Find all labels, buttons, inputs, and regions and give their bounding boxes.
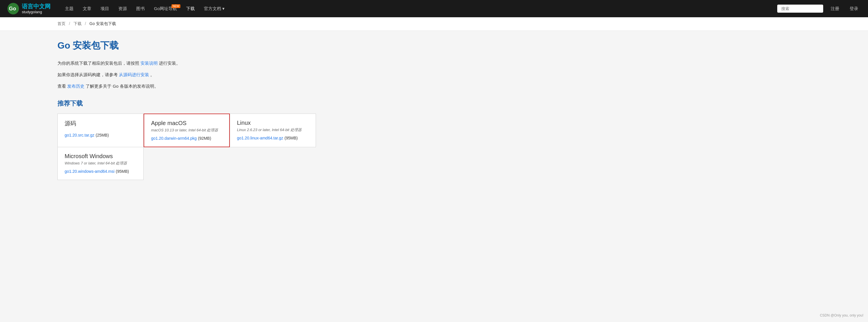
windows-download-link[interactable]: go1.20.windows-amd64.msi (65, 169, 115, 174)
desc-3: 查看 发布历史 了解更多关于 Go 各版本的发布说明。 (57, 82, 811, 91)
linux-download-link[interactable]: go1.20.linux-amd64.tar.gz (237, 136, 283, 140)
card-linux-subtitle: Linux 2.6.23 or later, Intel 64-bit 处理器 (237, 127, 309, 133)
new-badge: NEW (172, 4, 180, 8)
desc-1: 为你的系统下载了相应的安装包后，请按照 安装说明 进行安装。 (57, 59, 811, 67)
dropdown-arrow-icon: ▾ (222, 6, 225, 11)
logo-sub-text: studygolang (22, 10, 42, 14)
source-size: (25MB) (96, 133, 109, 138)
install-instructions-link[interactable]: 安装说明 (141, 61, 158, 65)
card-macos-subtitle: macOS 10.13 or later, Intel 64-bit 处理器 (151, 128, 222, 133)
breadcrumb-bar: 首页 / 下载 / Go 安装包下载 (0, 17, 868, 31)
section-recommended: 推荐下载 (57, 99, 811, 108)
card-source: 源码 go1.20.src.tar.gz (25MB) (57, 114, 144, 147)
nav-item-projects[interactable]: 项目 (96, 4, 113, 14)
main-content: Go 安装包下载 为你的系统下载了相应的安装包后，请按照 安装说明 进行安装。 … (0, 31, 868, 197)
card-linux-title: Linux (237, 120, 309, 126)
card-linux: Linux Linux 2.6.23 or later, Intel 64-bi… (230, 114, 316, 147)
breadcrumb: 首页 / 下载 / Go 安装包下载 (57, 21, 811, 26)
logo-main-text: 语言中文网 (22, 3, 51, 10)
register-button[interactable]: 注册 (828, 4, 842, 13)
source-download-link[interactable]: go1.20.src.tar.gz (65, 133, 94, 138)
nav-item-download[interactable]: 下载 (182, 4, 199, 14)
release-history-link[interactable]: 发布历史 (67, 84, 85, 89)
card-windows-title: Microsoft Windows (65, 153, 136, 159)
breadcrumb-sep2: / (85, 21, 86, 26)
desc-2: 如果你选择从源码构建，请参考 从源码进行安装 。 (57, 70, 811, 79)
nav-item-navigation[interactable]: Go网址导航 NEW (150, 4, 181, 14)
download-cards-row2: Microsoft Windows Windows 7 or later, In… (57, 147, 316, 180)
breadcrumb-sep1: / (69, 21, 70, 26)
page-title: Go 安装包下载 (57, 39, 811, 52)
nav-item-themes[interactable]: 主题 (61, 4, 78, 14)
search-input[interactable] (777, 5, 823, 13)
breadcrumb-current: Go 安装包下载 (89, 21, 116, 26)
windows-size: (95MB) (116, 169, 129, 174)
nav-item-resources[interactable]: 资源 (114, 4, 131, 14)
svg-text:Go: Go (9, 6, 16, 11)
card-macos: Apple macOS macOS 10.13 or later, Intel … (144, 114, 230, 147)
macos-download-link[interactable]: go1.20.darwin-arm64.pkg (151, 136, 197, 141)
nav-item-docs[interactable]: 官方文档 ▾ (200, 4, 229, 14)
logo-link[interactable]: Go 语言中文网 studygolang (7, 2, 53, 15)
navbar: Go 语言中文网 studygolang 主题 文章 项目 资源 图书 Go网址… (0, 0, 868, 17)
download-cards-row1: 源码 go1.20.src.tar.gz (25MB) Apple macOS … (57, 114, 316, 147)
nav-item-books[interactable]: 图书 (132, 4, 149, 14)
login-button[interactable]: 登录 (847, 4, 861, 13)
nav-item-articles[interactable]: 文章 (79, 4, 95, 14)
nav-right: 注册 登录 (777, 4, 861, 13)
card-macos-title: Apple macOS (151, 120, 222, 126)
macos-size: (92MB) (198, 136, 211, 141)
card-windows-subtitle: Windows 7 or later, Intel 64-bit 处理器 (65, 161, 136, 166)
nav-links: 主题 文章 项目 资源 图书 Go网址导航 NEW 下载 官方文档 ▾ (61, 4, 769, 14)
breadcrumb-home[interactable]: 首页 (57, 21, 65, 26)
breadcrumb-download[interactable]: 下载 (73, 21, 82, 26)
logo-icon: Go (7, 2, 20, 15)
card-source-title: 源码 (65, 120, 136, 127)
linux-size: (95MB) (285, 136, 298, 140)
source-install-link[interactable]: 从源码进行安装 (119, 72, 149, 77)
card-windows: Microsoft Windows Windows 7 or later, In… (57, 147, 144, 180)
